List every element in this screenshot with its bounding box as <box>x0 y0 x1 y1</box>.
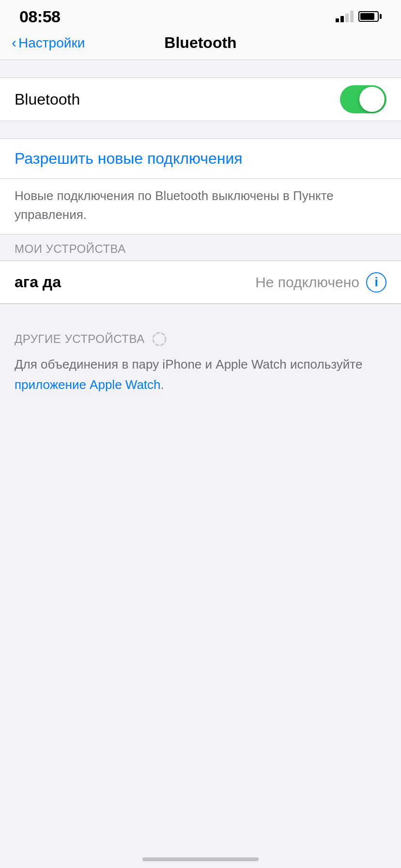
back-button[interactable]: ‹ Настройки <box>12 35 85 51</box>
allow-connections-description: Новые подключения по Bluetooth выключены… <box>0 179 401 234</box>
connections-section: Разрешить новые подключения Новые подклю… <box>0 139 401 234</box>
back-label: Настройки <box>18 35 85 51</box>
my-devices-header: МОИ УСТРОЙСТВА <box>0 234 401 261</box>
page-title: Bluetooth <box>164 34 236 52</box>
bluetooth-section: Bluetooth <box>0 78 401 121</box>
allow-connections-row[interactable]: Разрешить новые подключения <box>0 139 401 179</box>
bluetooth-row: Bluetooth <box>0 78 401 121</box>
other-description-text-2: . <box>161 377 164 392</box>
signal-bars-icon <box>336 11 354 22</box>
device-status: Не подключено <box>255 274 359 291</box>
apple-watch-app-link[interactable]: приложение Apple Watch <box>15 377 161 392</box>
other-devices-header: ДРУГИЕ УСТРОЙСТВА <box>0 322 401 352</box>
bluetooth-label: Bluetooth <box>15 91 80 108</box>
table-row[interactable]: ага да Не подключено i <box>0 261 401 304</box>
allow-connections-label: Разрешить новые подключения <box>15 150 243 167</box>
other-description-text-1: Для объединения в пару iPhone и Apple Wa… <box>15 357 362 372</box>
section-gap-1 <box>0 60 401 78</box>
svg-point-0 <box>153 333 166 345</box>
device-name: ага да <box>15 273 61 291</box>
other-devices-description: Для объединения в пару iPhone и Apple Wa… <box>0 352 401 406</box>
toggle-knob <box>359 87 385 112</box>
status-icons <box>336 11 382 22</box>
my-devices-list: ага да Не подключено i <box>0 261 401 304</box>
device-status-group: Не подключено i <box>255 272 386 293</box>
other-devices-header-label: ДРУГИЕ УСТРОЙСТВА <box>15 332 145 346</box>
status-bar: 08:58 <box>0 0 401 29</box>
section-gap-3 <box>0 304 401 322</box>
battery-icon <box>358 11 382 22</box>
home-indicator <box>142 857 259 861</box>
nav-bar: ‹ Настройки Bluetooth <box>0 29 401 60</box>
bluetooth-toggle[interactable] <box>340 85 386 113</box>
scanning-spinner-icon <box>152 331 167 347</box>
device-info-button[interactable]: i <box>366 272 386 293</box>
status-time: 08:58 <box>19 7 60 26</box>
section-gap-2 <box>0 121 401 139</box>
back-chevron-icon: ‹ <box>12 35 16 50</box>
